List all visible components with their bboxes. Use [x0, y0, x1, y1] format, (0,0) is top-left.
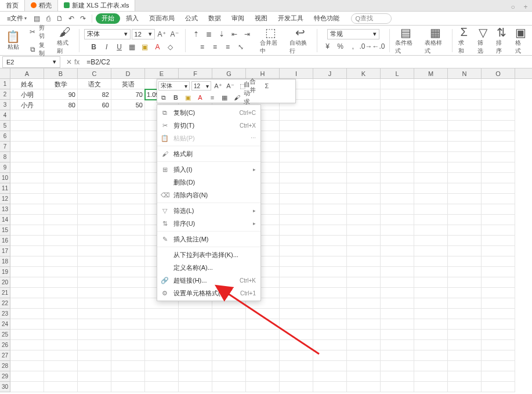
cell[interactable]: 90: [44, 89, 78, 100]
cell[interactable]: [280, 277, 313, 288]
cell[interactable]: [111, 246, 145, 256]
format-button[interactable]: ▣格式: [512, 28, 530, 53]
cell[interactable]: [145, 340, 179, 350]
cell[interactable]: [381, 236, 414, 246]
mini-sum-icon[interactable]: Σ: [262, 81, 272, 91]
row-29[interactable]: 29: [0, 371, 10, 382]
menu-data[interactable]: 数据: [204, 12, 226, 26]
cell[interactable]: [482, 288, 515, 298]
cell[interactable]: [111, 215, 145, 225]
cell[interactable]: [414, 110, 448, 121]
italic-icon[interactable]: I: [101, 41, 113, 53]
mini-font-select[interactable]: 宋体▾: [158, 81, 190, 91]
cell[interactable]: [482, 236, 515, 246]
cell[interactable]: [482, 110, 515, 121]
ctx-comment[interactable]: ✎插入批注(M): [157, 233, 260, 245]
align-left-icon[interactable]: ≡: [197, 41, 208, 53]
cell[interactable]: [44, 152, 78, 162]
cell[interactable]: [10, 121, 44, 131]
cell[interactable]: [313, 152, 347, 162]
cell[interactable]: [78, 361, 111, 371]
cell[interactable]: [280, 298, 313, 309]
cell[interactable]: [448, 267, 482, 277]
ctx-picklist[interactable]: 从下拉列表中选择(K)...: [157, 248, 260, 261]
cell[interactable]: [448, 361, 482, 371]
cell[interactable]: [212, 330, 246, 340]
cell[interactable]: [347, 256, 381, 267]
cell[interactable]: [448, 89, 482, 100]
mini-size-select[interactable]: 12▾: [191, 81, 211, 91]
cell[interactable]: 数学: [44, 79, 78, 89]
cell[interactable]: [347, 236, 381, 246]
cell[interactable]: [78, 309, 111, 319]
cell[interactable]: [313, 309, 347, 319]
cell[interactable]: [10, 204, 44, 215]
cell[interactable]: [448, 225, 482, 236]
cell[interactable]: [347, 152, 381, 162]
cell[interactable]: [381, 204, 414, 215]
row-19[interactable]: 19: [0, 267, 10, 277]
cell[interactable]: [111, 330, 145, 340]
cell[interactable]: [145, 319, 179, 330]
cell[interactable]: [111, 319, 145, 330]
cell[interactable]: [78, 246, 111, 256]
cell[interactable]: 小丹: [10, 100, 44, 110]
mini-dec-font-icon[interactable]: A⁻: [225, 81, 236, 91]
clear-format-icon[interactable]: ◇: [165, 41, 176, 53]
cell[interactable]: [313, 361, 347, 371]
orientation-icon[interactable]: ⤡: [235, 41, 247, 53]
cell[interactable]: [78, 183, 111, 194]
cell[interactable]: [280, 131, 313, 142]
row-28[interactable]: 28: [0, 361, 10, 371]
cell[interactable]: [381, 162, 414, 173]
cell[interactable]: [381, 246, 414, 256]
cell[interactable]: [179, 371, 212, 382]
cell[interactable]: [280, 330, 313, 340]
copy-icon[interactable]: ⧉: [27, 44, 38, 55]
comma-icon[interactable]: ,: [348, 41, 359, 52]
cell[interactable]: [448, 121, 482, 131]
cell[interactable]: [414, 152, 448, 162]
cell[interactable]: 60: [78, 100, 111, 110]
cell[interactable]: [313, 121, 347, 131]
ctx-sort[interactable]: ⇅排序(U)▸: [157, 217, 260, 230]
cell[interactable]: [78, 382, 111, 392]
cell[interactable]: [482, 79, 515, 89]
cell[interactable]: [212, 371, 246, 382]
cell[interactable]: [179, 309, 212, 319]
cell[interactable]: [313, 131, 347, 142]
cell[interactable]: [448, 173, 482, 183]
cell[interactable]: [10, 256, 44, 267]
cell[interactable]: [179, 382, 212, 392]
cell[interactable]: [145, 309, 179, 319]
cell[interactable]: [10, 350, 44, 361]
cell[interactable]: [10, 183, 44, 194]
ctx-copy[interactable]: ⧉复制(C)Ctrl+C: [157, 106, 260, 119]
cell[interactable]: [482, 267, 515, 277]
cell[interactable]: [78, 110, 111, 121]
cell[interactable]: [78, 371, 111, 382]
cell[interactable]: [111, 361, 145, 371]
cell[interactable]: [448, 319, 482, 330]
row-21[interactable]: 21: [0, 288, 10, 298]
cell[interactable]: [313, 173, 347, 183]
cell[interactable]: [347, 162, 381, 173]
mini-paint-icon[interactable]: 🖌: [231, 92, 242, 103]
ctx-insert[interactable]: ⊞插入(I)▸: [157, 163, 260, 176]
cell[interactable]: [414, 183, 448, 194]
cell[interactable]: [347, 288, 381, 298]
align-middle-icon[interactable]: ≣: [203, 28, 215, 40]
cell[interactable]: [381, 215, 414, 225]
cell[interactable]: [313, 267, 347, 277]
row-13[interactable]: 13: [0, 204, 10, 215]
cell[interactable]: [111, 131, 145, 142]
row-14[interactable]: 14: [0, 215, 10, 225]
cell[interactable]: [111, 382, 145, 392]
cell[interactable]: [482, 121, 515, 131]
cell[interactable]: [414, 267, 448, 277]
cell[interactable]: [145, 350, 179, 361]
tab-add[interactable]: +: [519, 3, 532, 11]
mini-align-icon[interactable]: ≡: [207, 92, 218, 103]
cell[interactable]: [414, 350, 448, 361]
cell[interactable]: [482, 382, 515, 392]
